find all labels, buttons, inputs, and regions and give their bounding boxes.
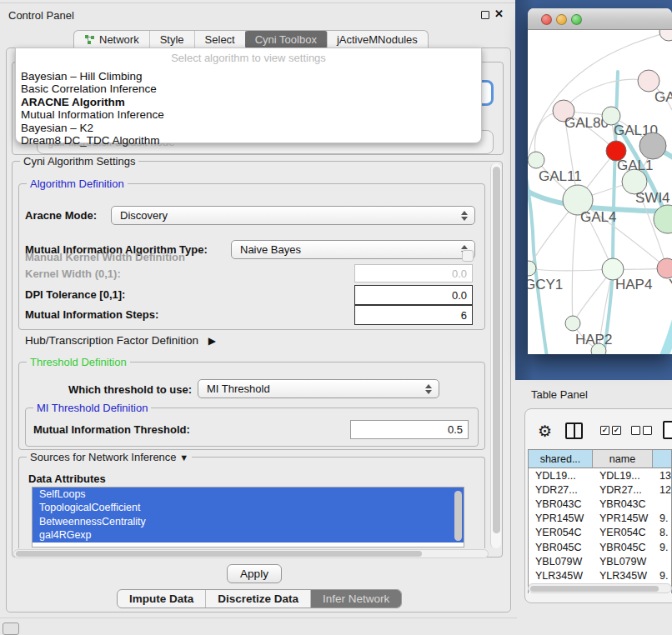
table-cell[interactable]: YBR045C — [529, 540, 593, 554]
network-window[interactable]: GALGAL80GAL10GAL1GAL11SWI4GAL4GCY1HAP4YH… — [528, 8, 672, 354]
settings-vscrollbar[interactable] — [490, 163, 501, 548]
minimized-panel-icon[interactable] — [3, 622, 19, 635]
table-cell[interactable]: YBR043C — [529, 497, 593, 511]
table-cell[interactable]: YLR345W — [529, 568, 593, 582]
table-cell[interactable]: YBL079W — [529, 554, 593, 568]
algorithm-option[interactable]: Mutual Information Inference — [21, 108, 476, 121]
network-window-titlebar[interactable] — [528, 8, 672, 30]
data-attributes-list[interactable]: SelfLoopsTopologicalCoefficientBetweenne… — [32, 487, 464, 548]
minimize-traffic-light[interactable] — [556, 14, 567, 25]
apply-button[interactable]: Apply — [227, 564, 282, 583]
table-cell[interactable]: 12 — [653, 482, 672, 497]
table-hscrollbar[interactable] — [528, 583, 672, 593]
table-cell[interactable]: YBR043C — [593, 497, 653, 511]
mi-threshold-field[interactable]: 0.5 — [350, 420, 469, 439]
mi-type-select[interactable]: Naive Bayes — [231, 240, 475, 259]
table-row[interactable]: YER054CYER054C8. — [529, 526, 672, 540]
tab-jactivemnodules[interactable]: jActiveMNodules — [327, 31, 428, 48]
table-cell[interactable]: YDR27... — [593, 482, 653, 497]
algorithm-option[interactable]: Bayesian – Hill Climbing — [21, 70, 476, 82]
table-cell[interactable]: YDL19... — [529, 468, 593, 482]
table-cell[interactable]: YDL19... — [593, 468, 653, 482]
list-scrollbar-thumb[interactable] — [454, 491, 462, 541]
network-node[interactable] — [591, 343, 606, 354]
column-header-name[interactable]: name — [593, 450, 653, 468]
network-node-hap2[interactable] — [565, 316, 580, 331]
data-attribute-item[interactable]: SelfLoops — [33, 488, 464, 501]
float-panel-icon[interactable] — [481, 11, 489, 19]
sources-title[interactable]: Sources for Network Inference ▼ — [27, 451, 192, 463]
table-cell[interactable]: YLR345W — [593, 568, 653, 582]
algorithm-option[interactable]: Bayesian – K2 — [21, 122, 476, 134]
tab-style[interactable]: Style — [150, 31, 195, 48]
tab-cyni-toolbox[interactable]: Cyni Toolbox — [245, 31, 328, 48]
table-row[interactable]: YDL19...YDL19...13 — [529, 468, 672, 482]
deselect-checkbox-icon[interactable] — [643, 426, 652, 435]
tab-network[interactable]: Network — [74, 31, 150, 48]
tab-network-label: Network — [99, 33, 139, 46]
table-cell[interactable]: YER054C — [529, 526, 593, 540]
table-row[interactable]: YLR345WYLR345W9. — [529, 568, 672, 582]
columns-icon[interactable] — [565, 422, 583, 439]
table-row[interactable]: YBR045CYBR045C9. — [529, 540, 672, 554]
table-cell[interactable] — [653, 554, 672, 568]
table-cell[interactable]: 9. — [653, 512, 672, 526]
table-cell[interactable] — [653, 497, 672, 511]
tab-discretize-data[interactable]: Discretize Data — [206, 590, 311, 608]
data-attribute-item[interactable]: gal4RGexp — [33, 528, 464, 542]
tab-infer-network[interactable]: Infer Network — [311, 590, 401, 608]
tab-jactivemnodules-label: jActiveMNodules — [337, 33, 418, 46]
hub-definition-toggle[interactable]: Hub/Transcription Factor Definition ▶ — [25, 334, 216, 347]
algorithm-option[interactable]: Basic Correlation Inference — [21, 82, 476, 95]
kernel-width-field[interactable]: 0.0 — [354, 264, 473, 282]
column-header-shared[interactable]: shared... — [529, 450, 593, 468]
table-cell[interactable]: YDR27... — [529, 482, 593, 497]
aracne-mode-select[interactable]: Discovery — [111, 206, 475, 225]
table-row[interactable]: YBL079WYBL079W — [529, 554, 672, 568]
table-cell[interactable]: YBR045C — [593, 540, 653, 554]
data-attribute-item[interactable]: BetweennessCentrality — [33, 515, 464, 528]
dpi-tolerance-label: DPI Tolerance [0,1]: — [25, 288, 125, 301]
zoom-traffic-light[interactable] — [571, 14, 582, 25]
select-all-checkbox-icon[interactable]: ✓ — [600, 426, 609, 435]
table-row[interactable]: YBR043CYBR043C — [529, 497, 672, 511]
table-panel-title: Table Panel — [531, 388, 588, 401]
table-hscrollbar-thumb[interactable] — [530, 586, 659, 592]
select-all-checkbox-icon[interactable]: ✓ — [612, 426, 621, 435]
manual-kernel-checkbox[interactable] — [462, 250, 474, 262]
deselect-checkbox-icon[interactable] — [631, 426, 640, 435]
settings-hscrollbar-thumb[interactable] — [16, 551, 422, 557]
table-cell[interactable]: 9. — [653, 568, 672, 582]
document-icon[interactable] — [663, 421, 672, 439]
column-header-third[interactable]: A — [653, 450, 672, 468]
expand-right-icon: ▶ — [208, 335, 216, 347]
data-attribute-item[interactable]: TopologicalCoefficient — [33, 501, 464, 514]
tab-select[interactable]: Select — [195, 31, 246, 48]
algorithm-option[interactable]: Dream8 DC_TDC Algorithm — [21, 134, 476, 147]
settings-vscrollbar-thumb[interactable] — [493, 167, 500, 533]
settings-hscrollbar[interactable] — [13, 549, 489, 558]
table-cell[interactable]: YBL079W — [593, 554, 653, 568]
gear-icon[interactable]: ⚙ — [538, 422, 552, 441]
algorithm-option[interactable]: ARACNE Algorithm — [21, 96, 476, 108]
table-cell[interactable]: YER054C — [593, 526, 653, 540]
network-node[interactable] — [659, 30, 672, 41]
table-cell[interactable]: YPR145W — [593, 512, 653, 526]
mi-steps-field[interactable]: 6 — [354, 305, 473, 325]
node-table[interactable]: shared... name A YDL19...YDL19...13YDR27… — [528, 449, 672, 593]
tab-impute-data[interactable]: Impute Data — [118, 590, 206, 608]
network-node[interactable] — [639, 132, 666, 159]
network-node-gal11[interactable] — [528, 152, 544, 168]
which-threshold-select[interactable]: MI Threshold — [198, 379, 439, 398]
table-cell[interactable]: YPR145W — [529, 512, 593, 526]
close-traffic-light[interactable] — [541, 14, 552, 25]
table-cell[interactable]: 9. — [653, 540, 672, 554]
table-row[interactable]: YPR145WYPR145W9. — [529, 512, 672, 526]
table-cell[interactable]: 8. — [653, 526, 672, 540]
dpi-tolerance-field[interactable]: 0.0 — [354, 285, 473, 305]
table-row[interactable]: YDR27...YDR27...12 — [529, 482, 672, 497]
close-icon[interactable]: ✕ — [494, 8, 504, 20]
network-canvas[interactable]: GALGAL80GAL10GAL1GAL11SWI4GAL4GCY1HAP4YH… — [528, 30, 672, 354]
table-cell[interactable]: 13 — [653, 468, 672, 482]
node-label: GAL1 — [617, 158, 653, 173]
